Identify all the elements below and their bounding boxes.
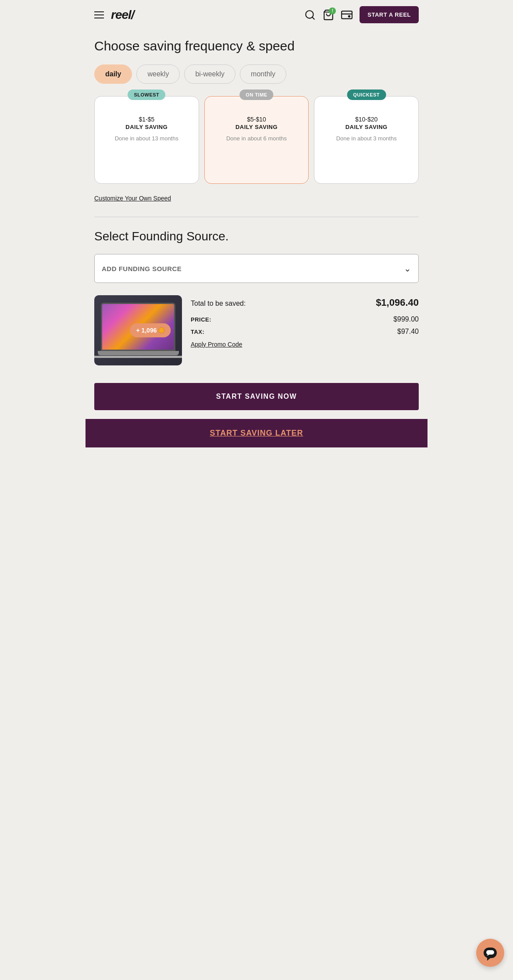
search-button[interactable] [304,9,316,21]
svg-rect-3 [342,11,352,18]
total-value: $1,096.40 [376,297,419,308]
start-saving-later-link[interactable]: START SAVING LATER [210,429,303,438]
wallet-button[interactable] [341,9,353,21]
points-value: + 1,096 [136,327,157,334]
tax-value: $97.40 [397,328,419,336]
price-row: PRICE: $999.00 [191,315,419,323]
frequency-tabs: daily weekly bi-weekly monthly [94,64,419,84]
funding-label: ADD FUNDING SOURCE [102,265,182,272]
svg-line-1 [312,17,314,19]
card-desc-quickest: Done in about 3 months [336,135,397,143]
section2-title: Select Founding Source. [94,229,419,243]
wallet-icon [341,9,353,21]
tab-biweekly[interactable]: bi-weekly [184,64,235,84]
header-right: ! START A REEL [304,6,419,23]
page-title: Choose saving frequency & speed [94,38,419,54]
card-desc-ontime: Done in about 6 months [226,135,287,143]
card-label-quickest: DAILY SAVING [346,124,388,130]
divider [94,217,419,217]
tax-row: TAX: $97.40 [191,328,419,336]
tab-daily[interactable]: daily [94,64,132,84]
hamburger-icon [94,11,104,18]
product-image-container: + 1,096 [94,295,182,365]
svg-point-5 [349,15,350,17]
product-summary: + 1,096 Total to be saved: $1,096.40 PRI… [94,295,419,365]
macbook-base [98,351,179,355]
tax-label: TAX: [191,329,204,335]
customize-speed-link[interactable]: Customize Your Own Speed [94,195,171,202]
card-amount-ontime: $5-$10 [247,116,266,123]
speed-card-ontime[interactable]: ON TIME $5-$10 DAILY SAVING Done in abou… [204,96,309,184]
product-details: Total to be saved: $1,096.40 PRICE: $999… [191,295,419,348]
logo: reel/ [111,8,134,22]
speed-cards: SLOWEST $1-$5 DAILY SAVING Done in about… [94,96,419,184]
funding-dropdown[interactable]: ADD FUNDING SOURCE ⌄ [94,254,419,283]
points-badge: + 1,096 [130,323,171,337]
macbook-foot [94,356,182,358]
bag-badge: ! [329,7,336,14]
header: reel/ ! START A REEL [86,0,428,29]
search-icon [304,9,316,21]
bag-button[interactable]: ! [323,9,334,21]
bottom-section: START SAVING LATER [86,419,428,447]
main-content: Choose saving frequency & speed daily we… [86,29,428,410]
tab-weekly[interactable]: weekly [136,64,180,84]
start-saving-button[interactable]: START SAVING NOW [94,383,419,410]
price-label: PRICE: [191,316,211,323]
speed-card-quickest[interactable]: QUICKEST $10-$20 DAILY SAVING Done in ab… [314,96,419,184]
chevron-down-icon: ⌄ [404,263,411,274]
badge-quickest: QUICKEST [347,89,386,100]
tab-monthly[interactable]: monthly [240,64,286,84]
promo-link[interactable]: Apply Promo Code [191,341,419,348]
badge-slowest: SLOWEST [128,89,165,100]
speed-card-slowest[interactable]: SLOWEST $1-$5 DAILY SAVING Done in about… [94,96,199,184]
badge-ontime: ON TIME [239,89,273,100]
start-reel-button[interactable]: START A REEL [360,6,419,23]
card-label-ontime: DAILY SAVING [235,124,278,130]
total-label: Total to be saved: [191,300,246,308]
card-desc-slowest: Done in about 13 months [115,135,178,143]
total-row: Total to be saved: $1,096.40 [191,297,419,308]
card-amount-slowest: $1-$5 [139,116,154,123]
menu-button[interactable] [94,11,104,18]
card-amount-quickest: $10-$20 [355,116,378,123]
header-left: reel/ [94,8,134,22]
points-coin-icon [158,327,164,333]
price-value: $999.00 [393,315,419,323]
card-label-slowest: DAILY SAVING [125,124,167,130]
